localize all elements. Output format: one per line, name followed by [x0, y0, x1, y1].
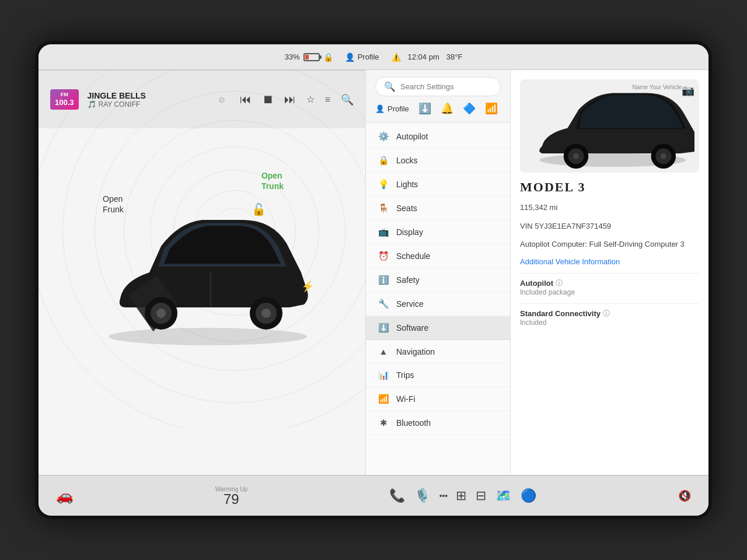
vehicle-hub-front — [573, 153, 579, 159]
settings-panel: 🔍 👤 Profile ⬇️ 🔔 🔷 📶 — [365, 70, 510, 475]
profile-label: Profile — [358, 52, 379, 61]
settings-item-wifi[interactable]: 📶Wi-Fi — [366, 387, 510, 411]
settings-icon-seats: 🪑 — [378, 203, 389, 214]
heat-indicator: Warming Up 79 — [215, 486, 247, 506]
settings-item-trips[interactable]: 📊Trips — [366, 363, 510, 387]
hub-front — [156, 309, 166, 318]
standard-conn-sub: Included — [520, 318, 699, 327]
settings-item-service[interactable]: 🔧Service — [366, 292, 510, 316]
taskbar-right: 🔇 — [678, 489, 691, 502]
clock: 12:04 pm — [408, 52, 439, 61]
screen-inner: 33% 🔒 👤 Profile ⚠️ 12:04 pm 38°F — [39, 44, 708, 516]
settings-icon-lights: 💡 — [378, 179, 389, 190]
time-temp: ⚠️ 12:04 pm 38°F — [391, 52, 463, 62]
settings-item-display[interactable]: 📺Display — [366, 220, 510, 244]
bell-icon[interactable]: 🔔 — [441, 102, 453, 115]
settings-icon-schedule: ⏰ — [378, 251, 389, 261]
search-bar[interactable]: 🔍 — [375, 77, 501, 96]
download-icon[interactable]: ⬇️ — [418, 102, 431, 115]
cabin-temp: 79 — [224, 492, 239, 506]
car-svg: ⚡ — [85, 164, 330, 351]
settings-list: ⚙️Autopilot🔒Locks💡Lights🪑Seats📺Display⏰S… — [366, 123, 510, 475]
autopilot-info-icon[interactable]: ⓘ — [556, 278, 563, 288]
name-vehicle-label[interactable]: Name Your Vehicle — [632, 84, 682, 90]
taskbar: 🚗 Warming Up 79 📞 🎙️ • • • ⊞ ⊟ 🗺️ 🔵 🔇 — [39, 475, 708, 516]
bluetooth-header-icon[interactable]: 🔷 — [463, 102, 476, 115]
screen: 33% 🔒 👤 Profile ⚠️ 12:04 pm 38°F — [35, 41, 712, 519]
main-area: Open Frunk OpenTrunk 🔓 — [39, 70, 708, 475]
map-icon[interactable]: 🗺️ — [495, 488, 511, 503]
vehicle-img-area: Name Your Vehicle 📷 — [520, 79, 699, 173]
battery-section: 33% 🔒 — [285, 52, 333, 62]
settings-icon-autopilot: ⚙️ — [378, 131, 389, 142]
settings-item-bluetooth[interactable]: ✱Bluetooth — [366, 411, 510, 435]
battery-fill — [305, 55, 309, 60]
settings-icon-display: 📺 — [378, 227, 389, 237]
settings-label-seats: Seats — [396, 204, 417, 213]
car-area: Open Frunk OpenTrunk 🔓 — [50, 88, 365, 428]
car-shadow — [109, 328, 307, 345]
settings-item-seats[interactable]: 🪑Seats — [366, 197, 510, 220]
camera-icon[interactable]: 📷 — [682, 84, 694, 97]
settings-label-safety: Safety — [396, 275, 420, 285]
top-icons-row: 👤 Profile ⬇️ 🔔 🔷 📶 — [375, 102, 501, 115]
settings-item-lights[interactable]: 💡Lights — [366, 173, 510, 197]
car-home-icon[interactable]: 🚗 — [56, 488, 74, 504]
autopilot-label: Autopilot — [520, 279, 553, 288]
profile-icon: 👤 — [345, 52, 355, 62]
mic-icon[interactable]: 🎙️ — [414, 488, 430, 503]
settings-item-navigation[interactable]: ▲Navigation — [366, 340, 510, 363]
settings-item-locks[interactable]: 🔒Locks — [366, 149, 510, 173]
profile-section[interactable]: 👤 Profile — [345, 52, 379, 62]
standard-conn-row: Standard Connectivity ⓘ Included — [520, 303, 699, 327]
settings-item-software[interactable]: ⬇️Software — [366, 316, 510, 340]
taskbar-icons: 📞 🎙️ • • • ⊞ ⊟ 🗺️ 🔵 — [389, 488, 536, 503]
autopilot-sub: Included package — [520, 288, 699, 296]
settings-item-autopilot[interactable]: ⚙️Autopilot — [366, 125, 510, 149]
settings-label-bluetooth: Bluetooth — [396, 418, 431, 428]
settings-label-lights: Lights — [396, 180, 418, 189]
profile-top-label: Profile — [388, 104, 409, 113]
additional-info-link[interactable]: Additional Vehicle Information — [520, 257, 699, 266]
settings-item-schedule[interactable]: ⏰Schedule — [366, 244, 510, 268]
charge-icon: ⚡ — [301, 280, 315, 293]
card-icon[interactable]: ⊟ — [476, 488, 486, 503]
settings-icon-locks: 🔒 — [378, 155, 389, 166]
hub-rear — [261, 309, 271, 318]
signal-icon[interactable]: 📶 — [485, 102, 498, 115]
battery-icon — [303, 53, 320, 61]
phone-icon[interactable]: 📞 — [389, 488, 405, 503]
warning-icon: ⚠️ — [391, 52, 401, 62]
dots-icon[interactable]: • • • — [439, 491, 446, 501]
settings-item-safety[interactable]: ℹ️Safety — [366, 268, 510, 292]
left-panel: Open Frunk OpenTrunk 🔓 — [39, 70, 365, 475]
settings-icon-service: 🔧 — [378, 299, 389, 309]
standard-conn-info-icon[interactable]: ⓘ — [603, 309, 610, 318]
bt-taskbar-icon[interactable]: 🔵 — [521, 488, 536, 503]
settings-label-trips: Trips — [396, 370, 414, 380]
search-input[interactable] — [400, 82, 492, 91]
profile-top-button[interactable]: 👤 Profile — [375, 104, 409, 113]
settings-label-navigation: Navigation — [396, 347, 435, 356]
taskbar-left: 🚗 — [56, 488, 74, 504]
settings-icon-bluetooth: ✱ — [378, 418, 389, 428]
vehicle-img-svg — [525, 84, 694, 169]
vehicle-hub-rear — [661, 153, 666, 159]
settings-label-wifi: Wi-Fi — [396, 394, 416, 404]
car-svg-container: Open Frunk OpenTrunk 🔓 — [85, 147, 330, 369]
settings-icon-navigation: ▲ — [378, 346, 389, 356]
autopilot-row: Autopilot ⓘ Included package — [520, 273, 699, 296]
model-name: MODEL 3 — [520, 180, 699, 195]
profile-top-icon: 👤 — [375, 104, 385, 113]
settings-header: 🔍 👤 Profile ⬇️ 🔔 🔷 📶 — [366, 70, 510, 123]
standard-conn-label: Standard Connectivity — [520, 309, 601, 318]
settings-label-service: Service — [396, 299, 424, 309]
volume-icon[interactable]: 🔇 — [678, 489, 691, 502]
temperature: 38°F — [446, 52, 463, 61]
settings-label-locks: Locks — [396, 156, 418, 165]
grid-icon[interactable]: ⊞ — [456, 488, 466, 503]
settings-label-software: Software — [396, 323, 428, 332]
lock-icon: 🔒 — [323, 52, 333, 62]
search-icon: 🔍 — [384, 81, 396, 92]
settings-icon-safety: ℹ️ — [378, 275, 389, 285]
